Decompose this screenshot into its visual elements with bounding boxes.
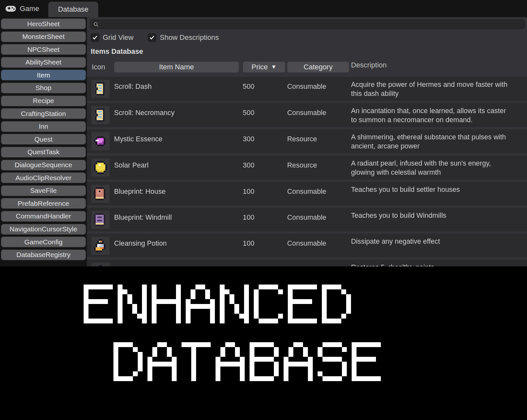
sidebar-item-monstersheet[interactable]: MonsterSheet [1, 31, 86, 42]
banner-line-2 [113, 342, 381, 381]
item-name: Mystic Essence [114, 129, 243, 144]
item-description: Teaches you to build Windmills [351, 208, 509, 220]
page: Game Database HeroSheetMonsterSheetNPCSh… [0, 0, 527, 420]
checkbox-checked-icon[interactable] [91, 33, 99, 42]
item-name: Scroll: Necromancy [114, 103, 243, 117]
item-icon-box [91, 158, 110, 177]
sidebar-item-questtask[interactable]: QuestTask [1, 147, 86, 158]
show-descriptions-toggle[interactable]: Show Descriptions [148, 33, 219, 42]
item-price: 500 [243, 103, 287, 117]
banner [0, 266, 527, 420]
item-price: 100 [243, 208, 287, 222]
column-header-icon: Icon [90, 63, 114, 71]
table-row[interactable]: Blueprint: Windmill100ConsumableTeaches … [87, 208, 527, 231]
tab-database-label: Database [58, 5, 88, 14]
scroll-icon [95, 82, 106, 95]
sidebar-item-abilitysheet[interactable]: AbilitySheet [1, 57, 86, 68]
sidebar-item-prefabreference[interactable]: PrefabReference [1, 198, 86, 209]
item-icon-box [91, 80, 110, 98]
sidebar-item-audioclipresolver[interactable]: AudioClipResolver [1, 172, 86, 183]
table-row[interactable]: Mystic Essence300ResourceA shimmering, e… [87, 129, 527, 153]
sidebar-item-quest[interactable]: Quest [1, 134, 86, 145]
sidebar-item-dialoguesequence[interactable]: DialogueSequence [1, 160, 86, 170]
table-row[interactable]: Blueprint: House100ConsumableTeaches you… [87, 182, 527, 205]
item-icon-box [91, 237, 110, 255]
item-icon-box [91, 185, 110, 203]
table-row[interactable]: Scroll: Necromancy500ConsumableAn incant… [87, 103, 527, 127]
item-description: A radiant pearl, infused with the sun's … [351, 156, 509, 177]
table-row[interactable]: Health Potion100ConsumableRestores 5 <he… [87, 260, 527, 266]
show-descriptions-label: Show Descriptions [160, 33, 219, 42]
item-price: 300 [243, 129, 287, 144]
sidebar-item-npcsheet[interactable]: NPCSheet [1, 44, 86, 55]
item-description: Teaches you to build settler houses [351, 182, 509, 194]
search-input[interactable] [101, 20, 525, 29]
item-name: Blueprint: Windmill [114, 208, 243, 222]
checkbox-checked-icon[interactable] [148, 33, 156, 42]
blueprint-house-icon [94, 187, 107, 200]
item-name: Scroll: Dash [114, 77, 243, 91]
item-price: 100 [243, 260, 287, 266]
scroll-icon [95, 109, 106, 122]
table-header: Icon Item Name Price ▼ Category Descript… [87, 60, 527, 74]
item-category: Resource [287, 156, 351, 170]
item-icon-box [91, 262, 110, 266]
table-row[interactable]: Solar Pearl300ResourceA radiant pearl, i… [87, 156, 527, 180]
mystic-essence-icon [94, 135, 107, 148]
sidebar-item-herosheet[interactable]: HeroSheet [1, 18, 86, 29]
column-header-price[interactable]: Price ▼ [243, 62, 285, 73]
column-header-description: Description [351, 61, 509, 69]
view-options: Grid View Show Descriptions [91, 33, 527, 42]
item-description: An incantation that, once learned, allow… [351, 103, 509, 124]
section-title: Items Database [91, 47, 527, 56]
item-name: Solar Pearl [114, 156, 243, 170]
database-window: Game Database HeroSheetMonsterSheetNPCSh… [0, 0, 527, 266]
item-category: Consumable [287, 208, 351, 222]
grid-view-toggle[interactable]: Grid View [91, 33, 134, 42]
column-header-item-name[interactable]: Item Name [114, 62, 239, 73]
table-body: Scroll: Dash500ConsumableAcquire the pow… [87, 77, 527, 266]
item-price: 500 [243, 77, 287, 91]
item-category: Consumable [287, 260, 351, 266]
sidebar-item-commandhandler[interactable]: CommandHandler [1, 211, 86, 222]
health-potion-icon [94, 265, 107, 266]
main-panel: Grid View Show Descriptions Items Databa… [87, 17, 527, 266]
sort-descending-icon: ▼ [271, 64, 276, 70]
tab-database[interactable]: Database [48, 2, 98, 17]
sidebar-item-inn[interactable]: Inn [1, 121, 86, 132]
cleansing-potion-icon [94, 239, 107, 252]
item-price: 100 [243, 234, 287, 248]
item-category: Consumable [287, 103, 351, 117]
sidebar-item-item[interactable]: Item [1, 70, 86, 80]
item-description: Dissipate any negative effect [351, 234, 509, 246]
sidebar-item-savefile[interactable]: SaveFile [1, 185, 86, 196]
item-price: 100 [243, 182, 287, 196]
item-name: Blueprint: House [114, 182, 243, 196]
gamepad-icon [5, 5, 16, 12]
item-name: Health Potion [114, 260, 243, 266]
item-price: 300 [243, 156, 287, 170]
column-header-category[interactable]: Category [287, 62, 349, 73]
item-category: Consumable [287, 234, 351, 248]
sidebar-item-shop[interactable]: Shop [1, 83, 86, 93]
sidebar-item-gameconfig[interactable]: GameConfig [1, 237, 86, 247]
sidebar-item-databaseregistry[interactable]: DatabaseRegistry [1, 250, 86, 260]
sidebar-item-navigationcursorstyle[interactable]: NavigationCursorStyle [1, 224, 86, 235]
item-category: Resource [287, 129, 351, 144]
item-description: Restores 5 <health> points [351, 260, 509, 266]
table-row[interactable]: Cleansing Potion100ConsumableDissipate a… [87, 234, 527, 257]
banner-line-1 [84, 285, 351, 323]
sidebar-item-craftingstation[interactable]: CraftingStation [1, 108, 86, 119]
item-icon-box [91, 106, 110, 124]
sidebar-item-recipe[interactable]: Recipe [1, 96, 86, 106]
blueprint-windmill-icon [94, 213, 107, 226]
tab-game[interactable]: Game [0, 0, 44, 17]
item-icon-box [91, 211, 110, 229]
search-icon [93, 22, 99, 27]
search-bar[interactable] [90, 19, 525, 29]
item-icon-box [91, 132, 110, 150]
item-category: Consumable [287, 77, 351, 91]
table-row[interactable]: Scroll: Dash500ConsumableAcquire the pow… [87, 77, 527, 101]
price-label: Price [252, 63, 268, 71]
item-name: Cleansing Potion [114, 234, 243, 248]
